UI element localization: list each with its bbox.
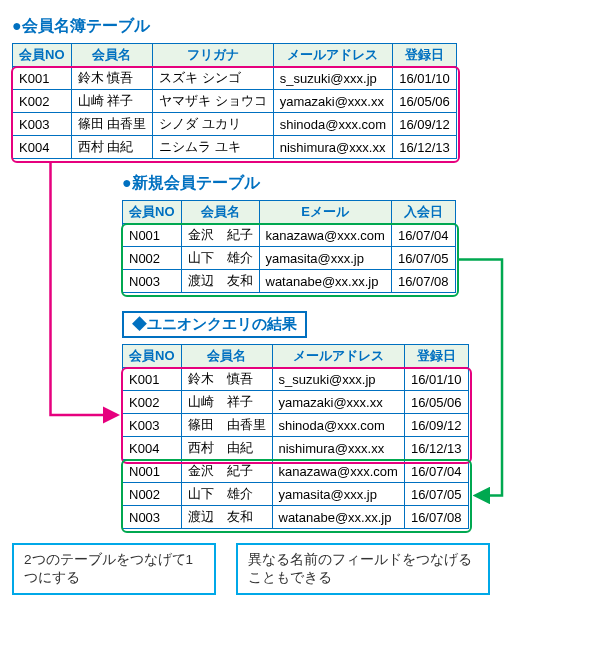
- cell: 16/07/04: [391, 224, 455, 247]
- cell: 16/05/06: [404, 391, 468, 414]
- cell: 鈴木 慎吾: [71, 67, 153, 90]
- cell: 山下 雄介: [181, 483, 272, 506]
- column-header: Eメール: [259, 201, 391, 224]
- cell: 金沢 紀子: [181, 224, 259, 247]
- union-result-table: 会員NO会員名メールアドレス登録日K001鈴木 慎吾s_suzuki@xxx.j…: [122, 344, 469, 529]
- column-header: 入会日: [391, 201, 455, 224]
- new-members-table-title: ●新規会員テーブル: [122, 173, 588, 194]
- table-row: N002山下 雄介yamasita@xxx.jp16/07/05: [123, 483, 469, 506]
- column-header: 登録日: [404, 345, 468, 368]
- cell: 16/12/13: [404, 437, 468, 460]
- cell: shinoda@xxx.com: [273, 113, 392, 136]
- members-table-title: ●会員名簿テーブル: [12, 16, 588, 37]
- column-header: 会員NO: [123, 345, 182, 368]
- cell: 16/05/06: [393, 90, 457, 113]
- cell: 16/09/12: [404, 414, 468, 437]
- column-header: 会員名: [181, 201, 259, 224]
- cell: K001: [13, 67, 72, 90]
- column-header: 会員名: [71, 44, 153, 67]
- pink-arrow: [51, 163, 117, 416]
- callout-left: 2つのテーブルをつなげて1つにする: [12, 543, 216, 595]
- table-row: K001鈴木 慎吾s_suzuki@xxx.jp16/01/10: [123, 368, 469, 391]
- column-header: 登録日: [393, 44, 457, 67]
- cell: 西村 由紀: [71, 136, 153, 159]
- cell: 篠田 由香里: [181, 414, 272, 437]
- table-row: N003渡辺 友和watanabe@xx.xx.jp16/07/08: [123, 506, 469, 529]
- cell: 16/07/08: [404, 506, 468, 529]
- cell: 西村 由紀: [181, 437, 272, 460]
- table-row: N001金沢 紀子kanazawa@xxx.com16/07/04: [123, 460, 469, 483]
- cell: 山崎 祥子: [181, 391, 272, 414]
- cell: N001: [123, 224, 182, 247]
- column-header: フリガナ: [153, 44, 274, 67]
- cell: 山崎 祥子: [71, 90, 153, 113]
- cell: 渡辺 友和: [181, 270, 259, 293]
- cell: K003: [123, 414, 182, 437]
- cell: 16/09/12: [393, 113, 457, 136]
- cell: 金沢 紀子: [181, 460, 272, 483]
- cell: 16/01/10: [404, 368, 468, 391]
- table-row: K001鈴木 慎吾スズキ シンゴs_suzuki@xxx.jp16/01/10: [13, 67, 457, 90]
- cell: kanazawa@xxx.com: [259, 224, 391, 247]
- cell: 16/01/10: [393, 67, 457, 90]
- union-title-wrap: ◆ユニオンクエリの結果: [122, 303, 588, 344]
- cell: 16/07/08: [391, 270, 455, 293]
- cell: 16/07/05: [404, 483, 468, 506]
- cell: yamasita@xxx.jp: [272, 483, 404, 506]
- cell: K002: [13, 90, 72, 113]
- cell: watanabe@xx.xx.jp: [272, 506, 404, 529]
- cell: yamazaki@xxx.xx: [273, 90, 392, 113]
- table-row: K002山崎 祥子yamazaki@xxx.xx16/05/06: [123, 391, 469, 414]
- table-row: K003篠田 由香里shinoda@xxx.com16/09/12: [123, 414, 469, 437]
- callout-right: 異なる名前のフィールドをつなげることもできる: [236, 543, 490, 595]
- table-row: N001金沢 紀子kanazawa@xxx.com16/07/04: [123, 224, 456, 247]
- cell: K003: [13, 113, 72, 136]
- column-header: 会員名: [181, 345, 272, 368]
- cell: ヤマザキ ショウコ: [153, 90, 274, 113]
- cell: nishimura@xxx.xx: [272, 437, 404, 460]
- cell: K002: [123, 391, 182, 414]
- cell: yamazaki@xxx.xx: [272, 391, 404, 414]
- cell: K004: [123, 437, 182, 460]
- cell: 16/12/13: [393, 136, 457, 159]
- cell: N003: [123, 506, 182, 529]
- cell: s_suzuki@xxx.jp: [272, 368, 404, 391]
- members-table: 会員NO会員名フリガナメールアドレス登録日K001鈴木 慎吾スズキ シンゴs_s…: [12, 43, 457, 159]
- cell: スズキ シンゴ: [153, 67, 274, 90]
- cell: s_suzuki@xxx.jp: [273, 67, 392, 90]
- table-row: K004西村 由紀ニシムラ ユキnishimura@xxx.xx16/12/13: [13, 136, 457, 159]
- cell: watanabe@xx.xx.jp: [259, 270, 391, 293]
- cell: N002: [123, 483, 182, 506]
- column-header: メールアドレス: [273, 44, 392, 67]
- cell: yamasita@xxx.jp: [259, 247, 391, 270]
- cell: K004: [13, 136, 72, 159]
- cell: シノダ ユカリ: [153, 113, 274, 136]
- cell: N002: [123, 247, 182, 270]
- members-table-wrap: 会員NO会員名フリガナメールアドレス登録日K001鈴木 慎吾スズキ シンゴs_s…: [12, 43, 588, 159]
- new-members-table-wrap: 会員NO会員名Eメール入会日N001金沢 紀子kanazawa@xxx.com1…: [122, 200, 588, 293]
- new-members-table: 会員NO会員名Eメール入会日N001金沢 紀子kanazawa@xxx.com1…: [122, 200, 456, 293]
- table-row: N002山下 雄介yamasita@xxx.jp16/07/05: [123, 247, 456, 270]
- cell: N001: [123, 460, 182, 483]
- cell: 渡辺 友和: [181, 506, 272, 529]
- cell: kanazawa@xxx.com: [272, 460, 404, 483]
- cell: N003: [123, 270, 182, 293]
- column-header: メールアドレス: [272, 345, 404, 368]
- union-table-wrap: 会員NO会員名メールアドレス登録日K001鈴木 慎吾s_suzuki@xxx.j…: [122, 344, 588, 529]
- column-header: 会員NO: [123, 201, 182, 224]
- union-result-title: ◆ユニオンクエリの結果: [122, 311, 307, 338]
- cell: ニシムラ ユキ: [153, 136, 274, 159]
- table-row: K002山崎 祥子ヤマザキ ショウコyamazaki@xxx.xx16/05/0…: [13, 90, 457, 113]
- cell: 山下 雄介: [181, 247, 259, 270]
- callouts-row: 2つのテーブルをつなげて1つにする 異なる名前のフィールドをつなげることもできる: [12, 543, 588, 595]
- cell: K001: [123, 368, 182, 391]
- cell: nishimura@xxx.xx: [273, 136, 392, 159]
- table-row: K004西村 由紀nishimura@xxx.xx16/12/13: [123, 437, 469, 460]
- cell: 16/07/05: [391, 247, 455, 270]
- table-row: K003篠田 由香里シノダ ユカリshinoda@xxx.com16/09/12: [13, 113, 457, 136]
- cell: 16/07/04: [404, 460, 468, 483]
- cell: shinoda@xxx.com: [272, 414, 404, 437]
- table-row: N003渡辺 友和watanabe@xx.xx.jp16/07/08: [123, 270, 456, 293]
- column-header: 会員NO: [13, 44, 72, 67]
- cell: 鈴木 慎吾: [181, 368, 272, 391]
